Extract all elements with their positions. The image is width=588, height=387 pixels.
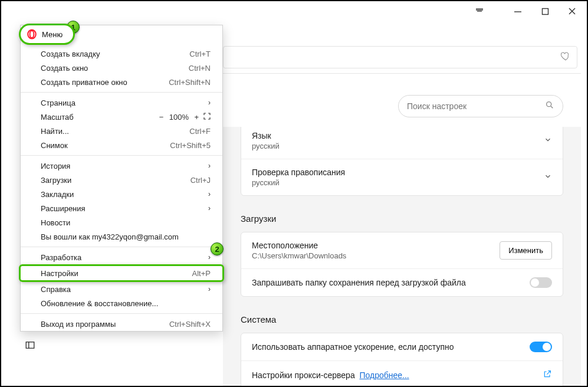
menu-shortcut: Ctrl+N — [189, 64, 211, 73]
svg-point-7 — [547, 102, 551, 107]
chevron-right-icon: › — [208, 190, 211, 198]
spellcheck-row[interactable]: Проверка правописания русский — [241, 159, 563, 195]
menu-label: Выход из программы — [41, 320, 116, 329]
settings-pane: Язык русский Проверка правописания русск… — [223, 86, 581, 386]
download-location-row: Местоположение C:\Users\kmwar\Downloads … — [241, 232, 563, 268]
chevron-right-icon: › — [208, 99, 211, 107]
fullscreen-icon[interactable] — [203, 113, 211, 122]
menu-title: Меню — [42, 30, 63, 39]
heart-icon[interactable] — [560, 51, 571, 64]
chevron-down-icon — [544, 172, 552, 183]
menu-label: Найти... — [41, 127, 69, 136]
settings-header — [223, 86, 581, 127]
search-box[interactable] — [398, 95, 563, 117]
menu-page[interactable]: Страница› — [21, 96, 222, 110]
menu-label: Расширения — [41, 204, 86, 213]
menu-label: История — [41, 162, 70, 170]
menu-label: Обновление & восстановление... — [41, 299, 158, 308]
opera-logo-icon — [27, 29, 37, 40]
menu-label: Разработка — [41, 253, 81, 262]
proxy-row[interactable]: Настройки прокси-сервера Подробнее... — [241, 360, 563, 386]
menu-help[interactable]: Справка› — [21, 282, 222, 296]
menu-shortcut: Alt+P — [192, 269, 211, 278]
menu-news[interactable]: Новости — [21, 215, 222, 229]
menu-bookmarks[interactable]: Закладки› — [21, 187, 222, 201]
chevron-right-icon: › — [208, 285, 211, 293]
menu-find[interactable]: Найти...Ctrl+F — [21, 124, 222, 138]
address-bar[interactable] — [223, 46, 577, 68]
location-label: Местоположение — [252, 241, 346, 250]
menu-extensions[interactable]: Расширения› — [21, 201, 222, 215]
menu-button[interactable]: Меню — [19, 24, 75, 45]
language-row[interactable]: Язык русский — [241, 127, 563, 159]
menu-signedin[interactable]: Вы вошли как my4322yqon@gmail.com — [21, 229, 222, 244]
proxy-text: Настройки прокси-сервера — [252, 370, 355, 380]
menu-history[interactable]: История› — [21, 159, 222, 173]
main-menu-dropdown: Меню Создать вкладкуCtrl+T Создать окноC… — [20, 25, 223, 332]
external-link-icon — [543, 369, 552, 381]
menu-shortcut: Ctrl+J — [190, 176, 211, 185]
svg-line-8 — [551, 106, 553, 108]
language-card: Язык русский Проверка правописания русск… — [241, 127, 563, 196]
menu-shortcut: Ctrl+Shift+X — [169, 320, 211, 329]
language-value: русский — [252, 142, 280, 150]
downloads-title: Загрузки — [223, 210, 581, 232]
minimize-button[interactable] — [513, 6, 523, 17]
menu-label: Снимок — [41, 141, 68, 150]
customize-toolbar-icon[interactable] — [474, 6, 485, 19]
chevron-down-icon — [544, 136, 552, 146]
hw-accel-toggle[interactable] — [530, 342, 552, 352]
menu-new-tab[interactable]: Создать вкладкуCtrl+T — [21, 47, 222, 61]
zoom-in-button[interactable]: + — [194, 113, 199, 122]
step-badge-2: 2 — [211, 242, 224, 255]
menu-snapshot[interactable]: СнимокCtrl+Shift+5 — [21, 138, 222, 152]
menu-shortcut: Ctrl+Shift+5 — [170, 141, 211, 150]
ask-where-row[interactable]: Запрашивать папку сохранения перед загру… — [241, 268, 563, 296]
settings-search-input[interactable] — [407, 101, 539, 111]
menu-new-window[interactable]: Создать окноCtrl+N — [21, 61, 222, 75]
location-value: C:\Users\kmwar\Downloads — [252, 251, 346, 260]
menu-new-private[interactable]: Создать приватное окноCtrl+Shift+N — [21, 75, 222, 89]
language-label: Язык — [252, 131, 280, 140]
chevron-right-icon: › — [208, 253, 211, 261]
menu-update[interactable]: Обновление & восстановление... — [21, 296, 222, 310]
svg-rect-9 — [26, 342, 34, 349]
menu-label: Настройки — [41, 269, 78, 278]
ask-where-toggle[interactable] — [530, 277, 552, 288]
menu-shortcut: Ctrl+Shift+N — [169, 78, 211, 87]
menu-label: Новости — [41, 218, 70, 227]
menu-label: Закладки — [41, 190, 74, 199]
menu-label: Страница — [41, 99, 75, 107]
spellcheck-label: Проверка правописания — [252, 168, 345, 177]
hw-accel-row[interactable]: Использовать аппаратное ускорение, если … — [241, 333, 563, 360]
proxy-learn-more-link[interactable]: Подробнее... — [359, 370, 409, 380]
zoom-value: 100% — [168, 113, 189, 122]
close-button[interactable] — [567, 6, 577, 17]
menu-dev[interactable]: Разработка› — [21, 250, 222, 264]
spellcheck-value: русский — [252, 178, 345, 187]
sidebar-panel-icon[interactable] — [25, 340, 35, 353]
chevron-right-icon: › — [208, 204, 211, 212]
downloads-card: Местоположение C:\Users\kmwar\Downloads … — [241, 232, 563, 297]
menu-downloads[interactable]: ЗагрузкиCtrl+J — [21, 173, 222, 187]
menu-label: Создать вкладку — [41, 50, 100, 58]
maximize-button[interactable] — [540, 6, 550, 17]
svg-rect-4 — [542, 8, 548, 14]
menu-label: Загрузки — [41, 176, 71, 185]
menu-shortcut: Ctrl+T — [189, 50, 211, 58]
system-title: Система — [223, 311, 581, 333]
proxy-label: Настройки прокси-сервера Подробнее... — [252, 370, 409, 380]
menu-exit[interactable]: Выход из программыCtrl+Shift+X — [21, 317, 222, 331]
menu-label: Масштаб — [41, 113, 74, 122]
ask-where-label: Запрашивать папку сохранения перед загру… — [252, 278, 466, 287]
change-location-button[interactable]: Изменить — [500, 241, 552, 260]
hw-accel-label: Использовать аппаратное ускорение, если … — [252, 342, 454, 352]
zoom-out-button[interactable]: − — [159, 113, 164, 122]
system-card: Использовать аппаратное ускорение, если … — [241, 333, 563, 386]
chevron-right-icon: › — [208, 162, 211, 170]
menu-label: Вы вошли как my4322yqon@gmail.com — [41, 232, 179, 241]
menu-label: Создать окно — [41, 64, 88, 73]
menu-zoom[interactable]: Масштаб − 100% + — [21, 110, 222, 124]
window-controls — [513, 6, 577, 17]
menu-settings[interactable]: НастройкиAlt+P — [19, 264, 224, 282]
